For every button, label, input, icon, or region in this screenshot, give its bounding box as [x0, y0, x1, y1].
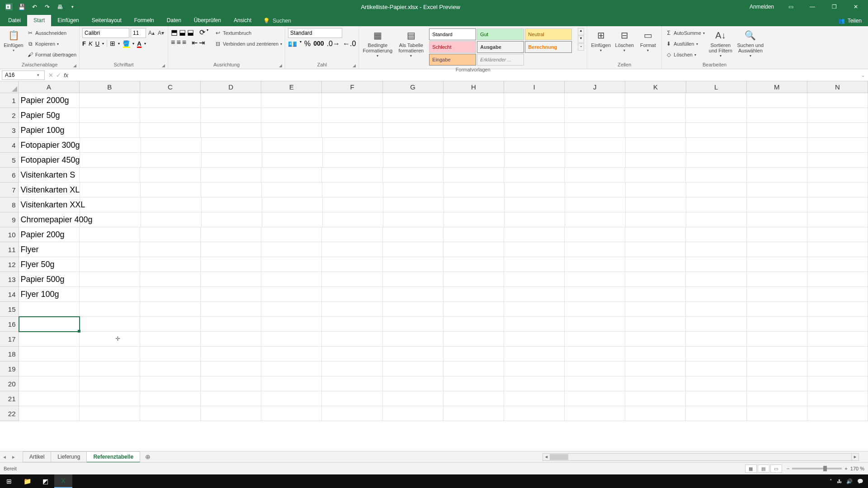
cell[interactable]: [80, 123, 140, 138]
name-box-input[interactable]: [2, 72, 34, 78]
cell[interactable]: [261, 257, 322, 272]
cell[interactable]: [443, 108, 504, 123]
cell[interactable]: [747, 332, 807, 347]
row-header[interactable]: 7: [0, 183, 19, 197]
cell[interactable]: [383, 108, 443, 123]
cell[interactable]: [201, 227, 261, 242]
column-header[interactable]: L: [686, 81, 747, 93]
cell[interactable]: [261, 242, 322, 257]
cell[interactable]: [686, 272, 746, 287]
row-header[interactable]: 19: [0, 361, 19, 376]
column-header[interactable]: J: [565, 81, 625, 93]
cell[interactable]: [140, 287, 201, 302]
cell[interactable]: [505, 153, 565, 168]
cut-button[interactable]: ✂Ausschneiden: [26, 28, 76, 38]
column-header[interactable]: E: [261, 81, 322, 93]
cell[interactable]: [383, 317, 443, 332]
sort-filter-button[interactable]: A↓Sortieren und Filtern▾: [707, 28, 735, 58]
cell[interactable]: [80, 272, 140, 287]
cell[interactable]: [322, 108, 382, 123]
paste-button[interactable]: 📋 Einfügen ▾: [3, 28, 24, 53]
cell[interactable]: [80, 168, 140, 183]
cell[interactable]: [201, 361, 261, 376]
share-button[interactable]: 👥 Teilen: [832, 15, 868, 26]
cell[interactable]: [625, 108, 686, 123]
add-sheet-button[interactable]: ⊕: [142, 452, 153, 461]
align-right-icon[interactable]: ≡: [182, 38, 186, 47]
cell[interactable]: [565, 391, 625, 406]
cell[interactable]: [747, 242, 807, 257]
tray-network-icon[interactable]: 🖧: [837, 479, 842, 484]
cell[interactable]: [322, 168, 382, 183]
column-header[interactable]: M: [747, 81, 807, 93]
cell[interactable]: [807, 347, 868, 361]
cell[interactable]: [443, 376, 504, 391]
cell[interactable]: [444, 212, 505, 227]
cell[interactable]: [261, 272, 322, 287]
cell[interactable]: [807, 287, 868, 302]
cell[interactable]: [140, 272, 201, 287]
cell[interactable]: [443, 332, 504, 347]
cell[interactable]: [261, 108, 322, 123]
cell[interactable]: [201, 317, 261, 332]
style-output[interactable]: Ausgabe: [477, 41, 524, 53]
cell[interactable]: [80, 93, 140, 108]
cell[interactable]: [807, 153, 868, 168]
tellme-search[interactable]: 💡 Suchen: [258, 15, 297, 26]
decrease-decimal-icon[interactable]: ←.0: [343, 40, 356, 48]
cell[interactable]: Flyer 100g: [19, 287, 80, 302]
cell[interactable]: [686, 361, 746, 376]
number-format-select[interactable]: [288, 28, 342, 38]
zoom-in-button[interactable]: +: [844, 466, 847, 471]
tab-pagelayout[interactable]: Seitenlayout: [85, 15, 128, 26]
style-input[interactable]: Eingabe: [429, 54, 476, 66]
cell[interactable]: [443, 242, 504, 257]
cell[interactable]: [625, 287, 686, 302]
cell[interactable]: Chromepapier 400g: [19, 212, 80, 227]
cell[interactable]: [626, 197, 686, 212]
cell[interactable]: [383, 227, 443, 242]
cell[interactable]: [201, 108, 261, 123]
gallery-up-icon[interactable]: ▴: [578, 28, 584, 35]
cell[interactable]: [747, 287, 807, 302]
quickprint-icon[interactable]: 🖶: [55, 2, 64, 11]
cell[interactable]: [383, 302, 443, 317]
cell[interactable]: [747, 376, 807, 391]
cell[interactable]: [807, 317, 868, 332]
cell[interactable]: [565, 168, 625, 183]
select-all-corner[interactable]: [0, 81, 19, 93]
cancel-formula-icon[interactable]: ✕: [48, 72, 53, 79]
cell[interactable]: [322, 272, 382, 287]
cell[interactable]: [625, 242, 686, 257]
cell[interactable]: [565, 257, 625, 272]
cell[interactable]: [322, 347, 382, 361]
row-header[interactable]: 6: [0, 168, 19, 183]
format-as-table-button[interactable]: ▤ Als Tabelle formatieren▾: [395, 28, 427, 58]
cell[interactable]: [322, 93, 382, 108]
cell[interactable]: Visitenkarten XL: [19, 183, 80, 197]
scroll-left-icon[interactable]: ◄: [542, 453, 550, 461]
cell[interactable]: [686, 317, 746, 332]
cell[interactable]: [80, 302, 140, 317]
column-header[interactable]: H: [443, 81, 504, 93]
cell[interactable]: [565, 361, 625, 376]
cell[interactable]: [262, 138, 323, 153]
cell[interactable]: [504, 227, 565, 242]
row-header[interactable]: 1: [0, 93, 19, 108]
ribbon-options-icon[interactable]: ▭: [780, 0, 801, 14]
cell[interactable]: [565, 153, 626, 168]
grow-font-icon[interactable]: A▴: [147, 29, 156, 37]
fill-color-button[interactable]: 🪣: [123, 40, 130, 47]
cell[interactable]: [625, 391, 686, 406]
cell[interactable]: [201, 93, 261, 108]
cell[interactable]: [807, 138, 868, 153]
cell[interactable]: [19, 347, 80, 361]
clear-button[interactable]: ◇Löschen▾: [665, 50, 705, 60]
shrink-font-icon[interactable]: A▾: [157, 29, 165, 37]
cell[interactable]: [504, 347, 565, 361]
cell[interactable]: [807, 376, 868, 391]
cell[interactable]: [383, 332, 443, 347]
expand-formula-bar-icon[interactable]: ⌄: [858, 73, 868, 78]
cell[interactable]: [443, 93, 504, 108]
cell[interactable]: [323, 153, 383, 168]
